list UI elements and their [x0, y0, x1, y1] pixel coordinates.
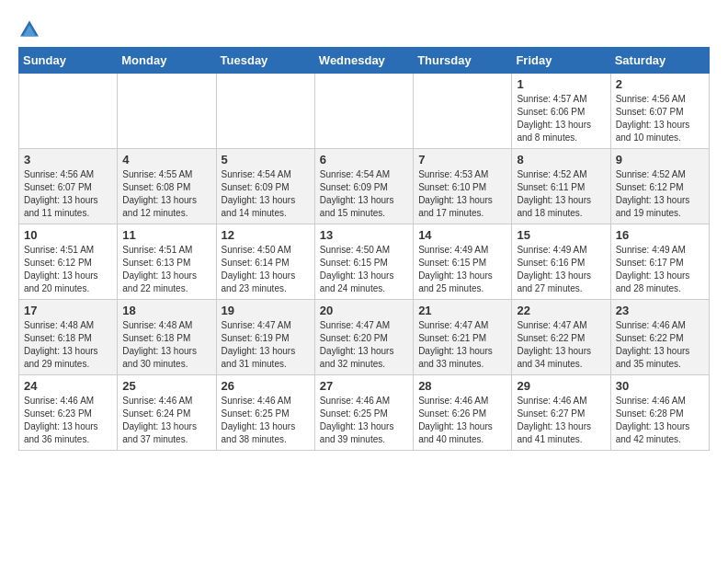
calendar-day-cell: 15Sunrise: 4:49 AM Sunset: 6:16 PM Dayli… — [512, 224, 610, 300]
day-number: 7 — [418, 153, 506, 167]
day-number: 9 — [616, 153, 704, 167]
calendar-week-row: 3Sunrise: 4:56 AM Sunset: 6:07 PM Daylig… — [19, 149, 710, 224]
calendar-day-cell: 20Sunrise: 4:47 AM Sunset: 6:20 PM Dayli… — [314, 300, 413, 375]
weekday-header: Monday — [118, 48, 216, 74]
calendar-day-cell: 5Sunrise: 4:54 AM Sunset: 6:09 PM Daylig… — [216, 149, 314, 224]
day-number: 17 — [24, 304, 112, 317]
day-info: Sunrise: 4:47 AM Sunset: 6:20 PM Dayligh… — [320, 319, 408, 371]
calendar-day-cell: 14Sunrise: 4:49 AM Sunset: 6:15 PM Dayli… — [414, 224, 512, 300]
day-number: 16 — [616, 228, 704, 242]
calendar-day-cell — [118, 74, 216, 149]
day-info: Sunrise: 4:56 AM Sunset: 6:07 PM Dayligh… — [24, 168, 112, 220]
day-info: Sunrise: 4:47 AM Sunset: 6:19 PM Dayligh… — [222, 319, 310, 371]
day-number: 8 — [517, 153, 605, 167]
day-number: 18 — [122, 304, 210, 317]
calendar-day-cell: 27Sunrise: 4:46 AM Sunset: 6:25 PM Dayli… — [314, 375, 413, 451]
day-info: Sunrise: 4:49 AM Sunset: 6:17 PM Dayligh… — [616, 244, 704, 295]
weekday-header: Tuesday — [216, 48, 314, 74]
day-number: 29 — [517, 379, 605, 393]
day-info: Sunrise: 4:51 AM Sunset: 6:13 PM Dayligh… — [122, 244, 210, 295]
calendar-day-cell: 1Sunrise: 4:57 AM Sunset: 6:06 PM Daylig… — [512, 74, 610, 149]
calendar-day-cell: 29Sunrise: 4:46 AM Sunset: 6:27 PM Dayli… — [512, 375, 610, 451]
day-info: Sunrise: 4:46 AM Sunset: 6:25 PM Dayligh… — [320, 395, 408, 446]
day-info: Sunrise: 4:57 AM Sunset: 6:06 PM Dayligh… — [517, 93, 605, 144]
day-number: 10 — [24, 228, 112, 242]
calendar-day-cell: 2Sunrise: 4:56 AM Sunset: 6:07 PM Daylig… — [610, 74, 709, 149]
calendar-day-cell: 12Sunrise: 4:50 AM Sunset: 6:14 PM Dayli… — [216, 224, 314, 300]
calendar-day-cell: 23Sunrise: 4:46 AM Sunset: 6:22 PM Dayli… — [610, 300, 709, 375]
day-info: Sunrise: 4:47 AM Sunset: 6:22 PM Dayligh… — [517, 319, 605, 371]
calendar-day-cell: 17Sunrise: 4:48 AM Sunset: 6:18 PM Dayli… — [19, 300, 118, 375]
weekday-header: Thursday — [414, 48, 512, 74]
day-number: 24 — [24, 379, 112, 393]
calendar-day-cell: 10Sunrise: 4:51 AM Sunset: 6:12 PM Dayli… — [19, 224, 118, 300]
day-info: Sunrise: 4:48 AM Sunset: 6:18 PM Dayligh… — [24, 319, 112, 371]
calendar-body: 1Sunrise: 4:57 AM Sunset: 6:06 PM Daylig… — [19, 74, 710, 451]
page-header — [18, 18, 710, 38]
calendar-day-cell: 4Sunrise: 4:55 AM Sunset: 6:08 PM Daylig… — [118, 149, 216, 224]
day-info: Sunrise: 4:55 AM Sunset: 6:08 PM Dayligh… — [122, 168, 210, 220]
day-number: 1 — [517, 77, 605, 91]
day-number: 11 — [122, 228, 210, 242]
day-number: 20 — [320, 304, 408, 317]
calendar-day-cell: 30Sunrise: 4:46 AM Sunset: 6:28 PM Dayli… — [610, 375, 709, 451]
logo — [18, 18, 44, 38]
calendar-day-cell: 16Sunrise: 4:49 AM Sunset: 6:17 PM Dayli… — [610, 224, 709, 300]
calendar-day-cell: 26Sunrise: 4:46 AM Sunset: 6:25 PM Dayli… — [216, 375, 314, 451]
calendar-day-cell — [19, 74, 118, 149]
weekday-header: Wednesday — [314, 48, 413, 74]
day-number: 30 — [616, 379, 704, 393]
day-info: Sunrise: 4:46 AM Sunset: 6:22 PM Dayligh… — [616, 319, 704, 371]
day-info: Sunrise: 4:46 AM Sunset: 6:27 PM Dayligh… — [517, 395, 605, 446]
day-number: 22 — [517, 304, 605, 317]
day-number: 6 — [320, 153, 408, 167]
day-info: Sunrise: 4:47 AM Sunset: 6:21 PM Dayligh… — [418, 319, 506, 371]
day-number: 28 — [418, 379, 506, 393]
day-info: Sunrise: 4:54 AM Sunset: 6:09 PM Dayligh… — [320, 168, 408, 220]
day-number: 3 — [24, 153, 112, 167]
calendar-day-cell: 28Sunrise: 4:46 AM Sunset: 6:26 PM Dayli… — [414, 375, 512, 451]
calendar-day-cell — [414, 74, 512, 149]
calendar-day-cell — [216, 74, 314, 149]
calendar-day-cell: 11Sunrise: 4:51 AM Sunset: 6:13 PM Dayli… — [118, 224, 216, 300]
day-info: Sunrise: 4:46 AM Sunset: 6:28 PM Dayligh… — [616, 395, 704, 446]
day-number: 2 — [616, 77, 704, 91]
day-number: 25 — [122, 379, 210, 393]
day-info: Sunrise: 4:50 AM Sunset: 6:15 PM Dayligh… — [320, 244, 408, 295]
day-number: 26 — [222, 379, 310, 393]
weekday-header: Friday — [512, 48, 610, 74]
calendar-day-cell: 13Sunrise: 4:50 AM Sunset: 6:15 PM Dayli… — [314, 224, 413, 300]
day-number: 4 — [122, 153, 210, 167]
calendar-table: SundayMondayTuesdayWednesdayThursdayFrid… — [18, 47, 710, 451]
day-info: Sunrise: 4:46 AM Sunset: 6:23 PM Dayligh… — [24, 395, 112, 446]
day-number: 14 — [418, 228, 506, 242]
day-info: Sunrise: 4:50 AM Sunset: 6:14 PM Dayligh… — [222, 244, 310, 295]
calendar-day-cell: 18Sunrise: 4:48 AM Sunset: 6:18 PM Dayli… — [118, 300, 216, 375]
day-info: Sunrise: 4:52 AM Sunset: 6:12 PM Dayligh… — [616, 168, 704, 220]
calendar-day-cell: 21Sunrise: 4:47 AM Sunset: 6:21 PM Dayli… — [414, 300, 512, 375]
day-info: Sunrise: 4:54 AM Sunset: 6:09 PM Dayligh… — [222, 168, 310, 220]
day-number: 13 — [320, 228, 408, 242]
weekday-header: Saturday — [610, 48, 709, 74]
day-number: 5 — [222, 153, 310, 167]
day-info: Sunrise: 4:48 AM Sunset: 6:18 PM Dayligh… — [122, 319, 210, 371]
logo-icon — [18, 19, 40, 38]
calendar-day-cell: 25Sunrise: 4:46 AM Sunset: 6:24 PM Dayli… — [118, 375, 216, 451]
day-info: Sunrise: 4:46 AM Sunset: 6:25 PM Dayligh… — [222, 395, 310, 446]
calendar-day-cell: 22Sunrise: 4:47 AM Sunset: 6:22 PM Dayli… — [512, 300, 610, 375]
calendar-week-row: 17Sunrise: 4:48 AM Sunset: 6:18 PM Dayli… — [19, 300, 710, 375]
day-info: Sunrise: 4:49 AM Sunset: 6:15 PM Dayligh… — [418, 244, 506, 295]
calendar-day-cell: 8Sunrise: 4:52 AM Sunset: 6:11 PM Daylig… — [512, 149, 610, 224]
day-info: Sunrise: 4:51 AM Sunset: 6:12 PM Dayligh… — [24, 244, 112, 295]
calendar-day-cell: 7Sunrise: 4:53 AM Sunset: 6:10 PM Daylig… — [414, 149, 512, 224]
day-number: 19 — [222, 304, 310, 317]
day-info: Sunrise: 4:56 AM Sunset: 6:07 PM Dayligh… — [616, 93, 704, 144]
day-number: 21 — [418, 304, 506, 317]
day-info: Sunrise: 4:52 AM Sunset: 6:11 PM Dayligh… — [517, 168, 605, 220]
day-number: 12 — [222, 228, 310, 242]
day-info: Sunrise: 4:46 AM Sunset: 6:24 PM Dayligh… — [122, 395, 210, 446]
calendar-day-cell: 3Sunrise: 4:56 AM Sunset: 6:07 PM Daylig… — [19, 149, 118, 224]
calendar-week-row: 24Sunrise: 4:46 AM Sunset: 6:23 PM Dayli… — [19, 375, 710, 451]
calendar-day-cell — [314, 74, 413, 149]
calendar-day-cell: 19Sunrise: 4:47 AM Sunset: 6:19 PM Dayli… — [216, 300, 314, 375]
